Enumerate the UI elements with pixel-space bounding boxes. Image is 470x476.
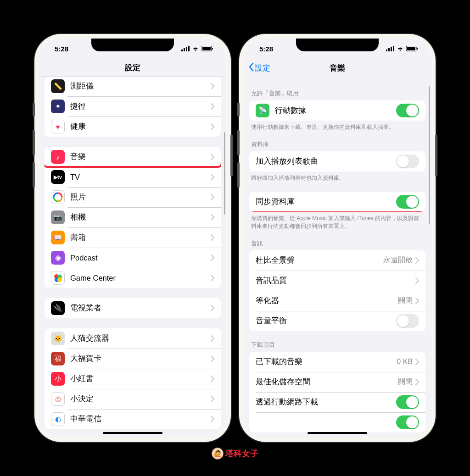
row-label: 電視業者 [70,303,211,313]
settings-row[interactable]: ◐中華電信 [45,409,221,429]
row-label: 照片 [70,192,211,202]
settings-row[interactable]: 📡行動數據 [249,100,425,121]
app-icon: 📡 [256,104,269,117]
row-label: 等化器 [256,296,398,306]
settings-row[interactable]: 加入播放列表歌曲 [249,151,425,172]
wifi-icon [192,46,199,51]
settings-row[interactable] [249,412,425,432]
side-button [33,103,35,116]
row-label: 透過行動網路下載 [256,397,396,407]
row-detail: 關閉 [398,296,413,305]
row-label: 音量平衡 [256,316,396,326]
settings-row[interactable]: Game Center [45,268,221,288]
toggle-switch[interactable] [396,314,419,328]
chevron-right-icon [415,257,419,264]
toggle-switch[interactable] [396,415,419,429]
side-button [237,130,240,155]
scrollbar[interactable] [429,86,430,224]
chevron-right-icon [211,123,214,130]
settings-row[interactable]: 📷相機 [45,207,221,227]
side-button [237,162,240,188]
settings-row[interactable]: ♪音樂 [45,147,221,167]
svg-rect-16 [388,48,390,51]
svg-rect-20 [407,47,415,50]
notch [91,39,174,51]
app-icon: 🔌 [51,301,65,315]
chevron-right-icon [211,103,214,110]
row-label: 加入播放列表歌曲 [256,156,396,166]
side-button [33,130,35,155]
settings-row[interactable]: 照片 [45,187,221,207]
settings-row[interactable]: ◎小決定 [45,389,221,409]
settings-row[interactable]: 杜比全景聲永遠開啟 [249,250,425,271]
toggle-switch[interactable] [396,395,419,409]
status-time: 5:28 [259,45,273,53]
status-indicators [386,46,418,51]
back-button[interactable]: 設定 [248,59,270,77]
toggle-switch[interactable] [396,104,419,117]
settings-row[interactable]: 等化器關閉 [249,291,425,311]
settings-row[interactable]: 已下載的音樂0 KB [249,352,425,372]
row-label: 行動數據 [275,105,396,116]
settings-row[interactable]: ♥健康 [45,116,221,137]
side-button [230,135,233,176]
chevron-right-icon [415,359,419,365]
row-label: 健康 [70,122,211,132]
row-label: 中華電信 [70,414,211,424]
content-area[interactable]: 允許「音樂」取用📡行動數據使用行動數據來下載、串流、更新你的資料庫和載入插圖。資… [244,77,431,437]
app-icon [51,190,65,204]
section-footer: 你購買的音樂、從 Apple Music 加入或輸入 iTunes 的內容，以及… [244,212,431,229]
svg-rect-3 [188,46,190,51]
app-icon: ✦ [51,100,65,113]
chevron-right-icon [211,83,214,89]
chevron-right-icon [211,275,214,281]
app-icon [51,271,65,285]
chevron-right-icon [211,194,214,200]
app-icon: ◉ [51,251,65,265]
chevron-right-icon [211,234,214,241]
row-label: 音樂 [70,152,211,162]
row-label: 測距儀 [70,81,211,91]
section-header: 允許「音樂」取用 [244,90,431,100]
toggle-switch[interactable] [396,195,419,209]
home-indicator[interactable] [308,432,367,434]
settings-row[interactable]: 📖書籍 [45,227,221,248]
svg-rect-1 [184,48,185,51]
app-icon: ♪ [51,150,65,164]
scrollbar[interactable] [224,132,225,215]
status-indicators [181,46,213,51]
settings-row[interactable]: 🔌電視業者 [45,298,221,318]
settings-row[interactable]: ✦捷徑 [45,96,221,116]
phone-right: 5:28 設定 音樂 允許「音樂」取用📡行動數據使用行動數據來下載、串流、更新你… [239,34,436,442]
chevron-right-icon [211,335,214,342]
row-label: 已下載的音樂 [256,357,397,367]
settings-row[interactable]: ◉Podcast [45,248,221,268]
settings-row[interactable]: 音量平衡 [249,311,425,331]
settings-row[interactable]: 小小紅書 [45,369,221,389]
chevron-right-icon [211,376,214,382]
watermark: 🙋 塔科女子 [212,448,258,459]
settings-row[interactable]: ▶tvTV [45,167,221,187]
signal-icon [386,46,394,51]
settings-row[interactable]: 音訊品質 [249,271,425,291]
battery-icon [406,46,418,51]
app-icon: 福 [51,352,65,365]
signal-icon [181,46,190,51]
settings-row[interactable]: 最佳化儲存空間關閉 [249,372,425,392]
settings-row[interactable]: 福大福賀卡 [45,349,221,369]
app-icon: 📷 [51,210,65,224]
svg-rect-2 [186,47,187,51]
row-detail: 0 KB [397,358,413,366]
settings-row[interactable]: 📏測距儀 [45,77,221,96]
content-area[interactable]: 📏測距儀✦捷徑♥健康♪音樂▶tvTV照片📷相機📖書籍◉PodcastGame C… [39,77,226,437]
row-detail: 永遠開啟 [383,255,413,265]
settings-row[interactable]: 🐱人猫交流器 [45,328,221,349]
toggle-switch[interactable] [396,155,419,168]
home-indicator[interactable] [103,432,162,434]
app-icon: ▶tv [51,170,65,184]
settings-row[interactable]: 同步資料庫 [249,192,425,212]
svg-rect-0 [181,50,183,51]
settings-row[interactable]: 透過行動網路下載 [249,392,425,412]
row-label: 小決定 [70,394,211,404]
svg-point-14 [57,277,62,282]
